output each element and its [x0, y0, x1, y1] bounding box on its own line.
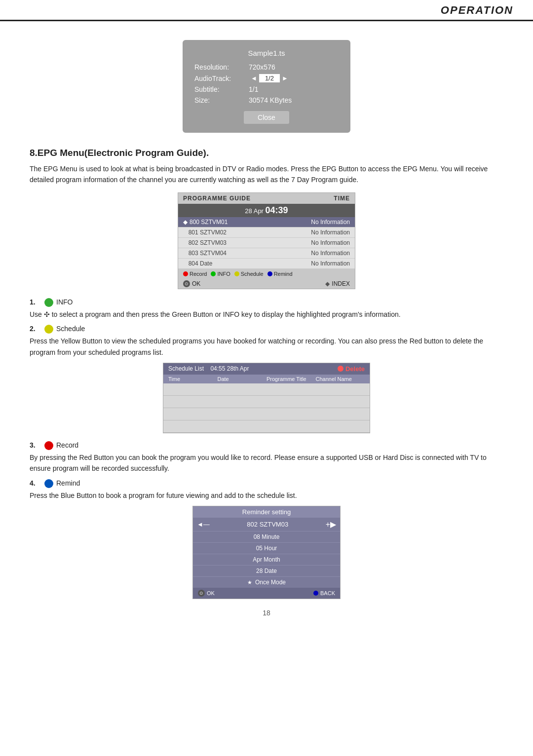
epg-channel-row[interactable]: 802 SZTVM03No Information	[178, 238, 355, 248]
delete-dot-icon	[338, 366, 343, 372]
epg-channel-row[interactable]: 803 SZTVM04No Information	[178, 248, 355, 259]
record-label: Record	[56, 441, 78, 449]
channel-info: No Information	[311, 229, 350, 236]
page-title: OPERATION	[441, 4, 513, 17]
record-number: 3.	[30, 441, 44, 449]
resolution-row: Resolution: 720x576	[194, 63, 339, 71]
legend-remind-label: Remind	[274, 271, 293, 277]
reminder-right-nav[interactable]: +▶	[326, 520, 336, 529]
epg-ok-label: OK	[192, 280, 200, 287]
epg-ok[interactable]: ⊙ OK	[183, 280, 200, 287]
info-dot	[211, 271, 216, 276]
remind-circle-icon	[44, 479, 53, 488]
table-row	[163, 396, 370, 408]
reminder-back-label: BACK	[320, 590, 335, 596]
reminder-footer: ⊙ OK BACK	[193, 588, 340, 599]
info-number: 1.	[30, 298, 44, 306]
epg-legend: Record INFO Schedule Remind	[178, 269, 355, 279]
once-mode-label: Once Mode	[255, 579, 286, 586]
size-row: Size: 30574 KBytes	[194, 96, 339, 104]
row1-date	[218, 386, 267, 393]
schedule-description: Press the Yellow Button to view the sche…	[30, 336, 503, 358]
reminder-back[interactable]: BACK	[313, 590, 335, 597]
epg-section-description: The EPG Menu is used to look at what is …	[30, 163, 503, 186]
record-circle-icon	[44, 441, 53, 450]
channel-info: No Information	[311, 239, 350, 246]
epg-index[interactable]: ◆ INDEX	[325, 280, 350, 287]
epg-date-label: 28 Apr	[245, 207, 264, 215]
epg-channel-row[interactable]: 801 SZTVM02No Information	[178, 227, 355, 238]
reminder-rows: 08 Minute05 HourApr Month28 Date	[193, 531, 340, 576]
table-row	[163, 420, 370, 433]
legend-record-label: Record	[190, 271, 207, 277]
remind-number: 4.	[30, 479, 44, 487]
info-circle-icon	[44, 298, 53, 307]
legend-info-label: INFO	[217, 271, 230, 277]
audio-track-controls[interactable]: ◄ 1/2 ►	[249, 74, 290, 82]
reminder-left-nav[interactable]: ◄—	[197, 521, 210, 528]
audio-left-arrow[interactable]: ◄	[249, 75, 259, 82]
epg-col1: PROGRAMME GUIDE	[183, 195, 251, 202]
schedule-header: Schedule List 04:55 28th Apr Delete	[163, 363, 370, 375]
resolution-label: Resolution:	[194, 63, 249, 71]
row1-title	[266, 386, 316, 393]
size-value: 30574 KBytes	[249, 96, 292, 104]
reminder-box: Reminder setting ◄— 802 SZTVM03 +▶ 08 Mi…	[192, 506, 341, 599]
schedule-circle-icon	[44, 325, 53, 334]
channel-info: No Information	[311, 250, 350, 257]
info-description: Use ✣ to select a program and then press…	[30, 309, 503, 320]
star-icon: ★	[247, 579, 252, 586]
epg-header-row: PROGRAMME GUIDE TIME	[178, 193, 355, 204]
subtitle-value: 1/1	[249, 85, 258, 93]
list-item: 08 Minute	[193, 531, 340, 542]
table-row	[163, 408, 370, 420]
channel-info: No Information	[311, 219, 350, 226]
epg-footer: ⊙ OK ◆ INDEX	[178, 279, 355, 289]
channel-number: 801 SZTVM02	[189, 229, 227, 236]
legend-info: INFO	[211, 271, 230, 277]
schedule-number: 2.	[30, 325, 44, 333]
list-item: Apr Month	[193, 554, 340, 565]
record-description: By pressing the Red Button you can book …	[30, 452, 503, 474]
row1-time	[168, 386, 218, 393]
list-item: 05 Hour	[193, 542, 340, 554]
remind-item: 4. Remind	[30, 479, 503, 488]
col-date: Date	[218, 376, 267, 382]
schedule-delete-btn[interactable]: Delete	[338, 365, 365, 373]
reminder-ok[interactable]: ⊙ OK	[198, 590, 215, 597]
schedule-box: Schedule List 04:55 28th Apr Delete Time…	[163, 363, 370, 433]
reminder-ok-label: OK	[207, 590, 215, 596]
epg-channel-row[interactable]: ◆800 SZTVM01No Information	[178, 217, 355, 227]
legend-remind: Remind	[267, 271, 293, 277]
legend-schedule: Schedule	[234, 271, 264, 277]
schedule-rows	[163, 383, 370, 433]
size-label: Size:	[194, 96, 249, 104]
row1-channel	[316, 386, 365, 393]
close-btn-row: Close	[194, 111, 339, 124]
resolution-value: 720x576	[249, 63, 275, 71]
audio-track-row: AudioTrack: ◄ 1/2 ►	[194, 74, 339, 82]
col-time: Time	[168, 376, 218, 382]
once-mode-row: ★ Once Mode	[193, 576, 340, 588]
ok-circle-icon: ⊙	[183, 280, 190, 287]
channel-number: 800 SZTVM01	[190, 219, 228, 226]
table-row	[163, 383, 370, 396]
schedule-dot	[234, 271, 239, 276]
index-arrow-icon: ◆	[325, 280, 330, 287]
audio-right-arrow[interactable]: ►	[280, 75, 290, 82]
epg-index-label: INDEX	[332, 280, 350, 287]
epg-date-row: 28 Apr 04:39	[178, 204, 355, 217]
epg-channel-row[interactable]: 804 DateNo Information	[178, 259, 355, 269]
remind-label: Remind	[56, 479, 80, 487]
schedule-item: 2. Schedule	[30, 325, 503, 334]
subtitle-row: Subtitle: 1/1	[194, 85, 339, 93]
reminder-title: Reminder setting	[193, 506, 340, 518]
channel-number: 804 Date	[189, 260, 213, 267]
close-button[interactable]: Close	[244, 111, 289, 124]
channel-number: 802 SZTVM03	[189, 239, 227, 246]
audio-track-label: AudioTrack:	[194, 75, 249, 82]
record-dot	[183, 271, 188, 276]
reminder-ok-icon: ⊙	[198, 590, 205, 597]
reminder-channel-name: 802 SZTVM03	[213, 521, 323, 528]
delete-label: Delete	[345, 365, 365, 373]
